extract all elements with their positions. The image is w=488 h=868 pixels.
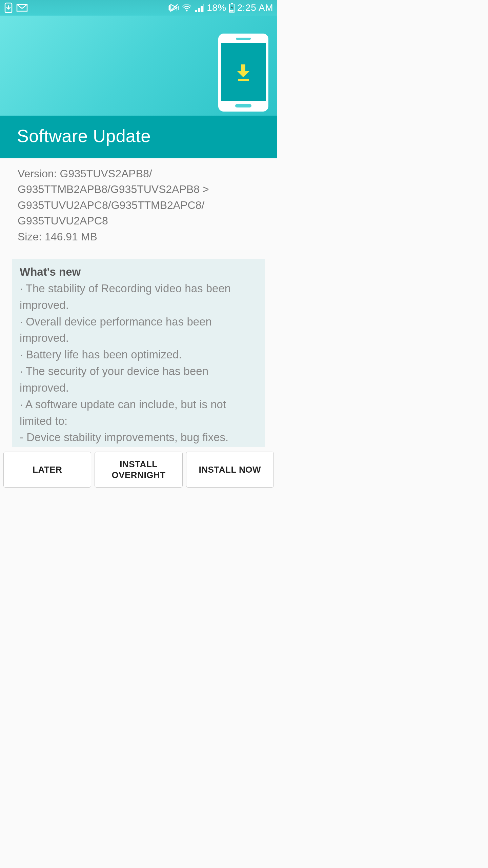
svg-rect-7 [238, 79, 249, 81]
phone-download-illustration [218, 34, 268, 112]
whats-new-panel[interactable]: What's new · The stability of Recording … [12, 259, 265, 463]
title-bar: Software Update [0, 116, 277, 158]
battery-percent: 18% [207, 2, 226, 13]
version-info: Version: G935TUVS2APB8/ G935TTMB2APB8/G9… [18, 166, 260, 244]
version-line: G935TUVU2APC8/G935TTMB2APC8/ [18, 197, 260, 213]
whats-new-title: What's new [20, 265, 258, 278]
install-overnight-button[interactable]: INSTALL OVERNIGHT [95, 452, 182, 488]
vibrate-icon [167, 3, 179, 13]
install-now-button[interactable]: INSTALL NOW [186, 452, 274, 488]
mail-icon [16, 3, 28, 13]
later-button[interactable]: LATER [3, 452, 91, 488]
version-line: G935TTMB2APB8/G935TUVS2APB8 > [18, 181, 260, 197]
phone-update-icon [4, 2, 13, 13]
version-line: Version: G935TUVS2APB8/ [18, 166, 260, 181]
svg-rect-5 [231, 3, 233, 4]
signal-icon [195, 4, 204, 12]
svg-rect-6 [230, 10, 233, 12]
page-title: Software Update [17, 126, 260, 146]
clock: 2:25 AM [237, 2, 273, 13]
download-icon [233, 62, 253, 82]
status-left-icons [4, 2, 28, 13]
version-section: Version: G935TUVS2APB8/ G935TTMB2APB8/G9… [0, 158, 277, 249]
svg-point-3 [186, 10, 188, 12]
version-line: G935TUVU2APC8 [18, 213, 260, 229]
status-bar: 18% 2:25 AM [0, 0, 277, 16]
whats-new-body: · The stability of Recording video has b… [20, 280, 258, 462]
size-line: Size: 146.91 MB [18, 229, 260, 244]
action-bar: LATER INSTALL OVERNIGHT INSTALL NOW [0, 447, 277, 493]
hero-banner [0, 16, 277, 116]
wifi-icon [182, 4, 192, 12]
status-right-icons: 18% 2:25 AM [167, 2, 273, 13]
battery-charging-icon [229, 3, 235, 13]
